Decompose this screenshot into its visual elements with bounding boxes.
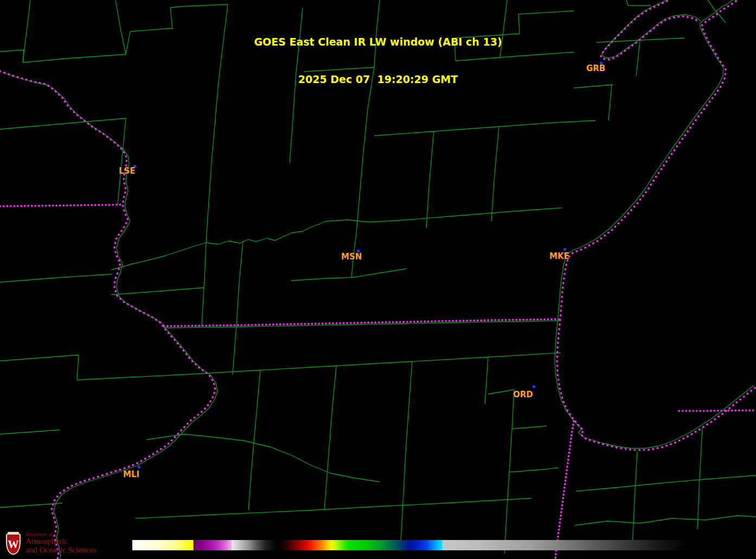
county-boundary-line: [146, 434, 380, 482]
county-boundary-line: [233, 325, 236, 374]
county-boundary-line: [576, 475, 756, 491]
county-boundary-line: [512, 426, 547, 429]
county-boundary-line: [632, 452, 637, 548]
county-boundary-line: [400, 361, 412, 551]
station-dot-mli: [138, 466, 140, 468]
county-boundary-line: [202, 288, 204, 326]
station-label-msn: MSN: [341, 252, 362, 262]
il-in-border: [555, 421, 574, 559]
county-boundary-line: [77, 374, 184, 380]
logo-name-line1: Atmospheric: [25, 537, 97, 545]
station-label-mli: MLI: [123, 469, 139, 479]
county-boundary-line: [180, 4, 228, 7]
county-boundary-line: [204, 243, 206, 288]
county-boundary-line: [325, 208, 562, 222]
county-boundary-line: [0, 274, 112, 282]
county-boundary-line: [485, 357, 488, 404]
county-boundary-line: [0, 355, 79, 361]
station-label-ord: ORD: [513, 390, 533, 399]
county-boundary-line: [374, 120, 595, 136]
logo-dept-label: Department of: [25, 532, 97, 537]
county-boundary-line: [0, 430, 60, 434]
station-dot-ord: [533, 385, 535, 388]
station-label-grb: GRB: [586, 63, 605, 73]
county-boundary-line: [136, 511, 302, 518]
uw-crest-icon: W: [5, 532, 22, 556]
station-dot-mke: [563, 248, 566, 251]
in-border-east: [679, 410, 756, 411]
logo-name-line2: and Oceanic Sciences: [25, 545, 97, 555]
wi-il-border-green: [164, 321, 561, 328]
mississippi-river-border: [0, 71, 215, 559]
county-boundary-line: [291, 269, 407, 281]
county-boundary-line: [111, 288, 204, 295]
county-boundary-line: [491, 127, 499, 221]
county-boundary-line: [302, 498, 531, 511]
county-boundary-line: [184, 353, 561, 374]
county-boundary-line: [236, 241, 243, 325]
county-boundary-line: [77, 355, 79, 380]
logo-text: Department of Atmospheric and Oceanic Sc…: [25, 532, 97, 555]
county-boundary-line: [697, 428, 702, 529]
ir-temperature-colorbar: [132, 540, 688, 550]
county-boundary-line: [324, 366, 336, 510]
station-label-mke: MKE: [549, 251, 569, 261]
county-boundary-line: [488, 390, 514, 394]
county-boundary-line: [248, 370, 260, 510]
uw-aos-logo: W Department of Atmospheric and Oceanic …: [5, 532, 97, 556]
crest-letter: W: [8, 539, 19, 550]
county-boundary-line: [509, 468, 559, 472]
county-boundary-line: [426, 131, 434, 228]
station-label-lse: LSE: [119, 166, 136, 176]
image-timestamp: 2025 Dec 07 19:20:29 GMT: [0, 73, 756, 86]
county-boundary-line: [626, 0, 651, 5]
image-title-line1: GOES East Clean IR LW window (ABI ch 13): [0, 36, 756, 48]
wi-il-border: [164, 319, 561, 326]
county-boundary-line: [575, 516, 756, 525]
county-boundary-line: [0, 118, 126, 129]
mn-ia-border: [0, 205, 123, 206]
county-boundary-line: [351, 67, 374, 278]
goes-ir-satellite-viewer: { "title": { "line1": "GOES East Clean I…: [0, 0, 756, 559]
mississippi-river-border-green: [2, 72, 217, 559]
county-boundary-line: [111, 221, 325, 270]
image-title: GOES East Clean IR LW window (ABI ch 13)…: [0, 11, 756, 98]
